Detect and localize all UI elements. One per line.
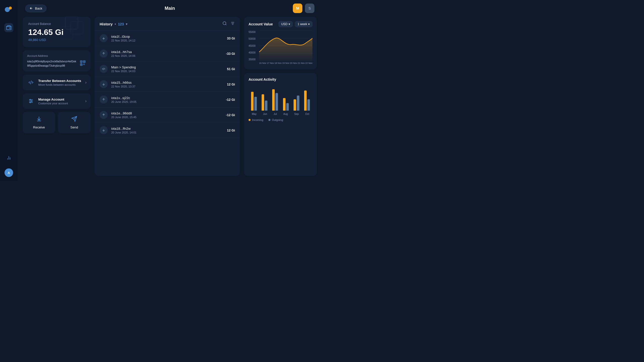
activity-title: Account Activity xyxy=(249,77,312,81)
bar-x-label: Aug xyxy=(283,113,288,115)
tx-icon xyxy=(100,65,108,73)
bar-outgoing xyxy=(265,101,267,111)
account-activity-card: Account Activity MayJunJulAugSepOct Inco… xyxy=(244,73,317,176)
avatar-m[interactable]: M xyxy=(293,4,302,13)
bar-incoming xyxy=(272,89,275,111)
transaction-item[interactable]: iota18...ffn2w 20 June 2020, 14:01 12 Gi xyxy=(95,123,240,138)
transaction-item[interactable]: iota1e...98dd8 20 June 2020, 15:45 -12 G… xyxy=(95,107,240,123)
tx-date: 22 Nov 2020, 14:03 xyxy=(111,70,227,73)
tx-icon xyxy=(100,80,108,88)
history-count: 123 xyxy=(118,22,124,26)
transfer-subtitle: Move funds between accounts xyxy=(38,83,82,86)
bar-group xyxy=(249,92,259,111)
bar-incoming xyxy=(251,92,254,111)
bar-incoming xyxy=(304,90,307,111)
bar-x-label: May xyxy=(252,113,257,115)
transfer-chevron-icon: › xyxy=(85,80,87,85)
bar-x-label: Oct xyxy=(305,113,309,115)
chart-y-labels: 5500050000450004000035000 xyxy=(249,31,256,61)
chart-area xyxy=(259,31,312,61)
tx-date: 20 June 2020, 19:05 xyxy=(111,100,226,103)
receive-icon xyxy=(36,116,42,123)
legend-outgoing: Outgoing xyxy=(268,118,283,121)
svg-rect-9 xyxy=(60,27,73,39)
sidebar-item-wallet[interactable] xyxy=(4,23,13,32)
tx-info: iota1f...t3cop 22 Nov 2020, 14:12 xyxy=(111,35,227,42)
transaction-item[interactable]: iota1d...hh7sa 22 Nov 2020, 14:06 -33 Gi xyxy=(95,46,240,61)
history-dropdown-icon[interactable]: ▾ xyxy=(126,22,127,26)
tx-amount: 51 Gi xyxy=(227,67,235,71)
tx-amount: -12 Gi xyxy=(226,98,235,102)
transfer-action-card[interactable]: Transfer Between Accounts Move funds bet… xyxy=(23,75,91,90)
bar-outgoing xyxy=(297,96,299,111)
svg-rect-8 xyxy=(70,22,83,34)
qr-icon[interactable] xyxy=(79,60,86,67)
columns-container: Account Balance 124.65 Gi 49,860 USD Acc… xyxy=(18,17,322,181)
left-column: Account Balance 124.65 Gi 49,860 USD Acc… xyxy=(23,17,91,176)
receive-label: Receive xyxy=(33,125,45,129)
history-panel: History • 123 ▾ xyxy=(95,17,240,176)
send-button[interactable]: Send xyxy=(58,112,91,133)
history-filter-button[interactable] xyxy=(230,21,235,27)
svg-rect-15 xyxy=(81,64,82,65)
page-title: Main xyxy=(165,6,175,11)
tx-address: iota1e...98dd8 xyxy=(111,111,226,115)
tx-info: iota15...h66ss 22 Nov 2020, 13:37 xyxy=(111,81,227,88)
bar-x-label: Sep xyxy=(294,113,299,115)
tx-icon xyxy=(100,96,108,104)
tx-date: 20 June 2020, 14:01 xyxy=(111,131,227,134)
chart-x-label: 19 Nov xyxy=(282,62,290,64)
chart-y-label: 35000 xyxy=(249,58,256,61)
svg-rect-19 xyxy=(84,64,85,65)
sidebar-bottom: A xyxy=(4,153,13,177)
svg-point-25 xyxy=(30,102,31,103)
tx-amount: 12 Gi xyxy=(227,128,235,132)
chart-y-label: 40000 xyxy=(249,51,256,54)
chart-x-label: 22 Nov xyxy=(305,62,312,64)
avatar-s[interactable]: S xyxy=(305,4,314,13)
bar-group xyxy=(280,98,291,111)
history-header: History • 123 ▾ xyxy=(95,17,240,31)
back-button[interactable]: Back xyxy=(25,5,47,12)
bar-group xyxy=(302,90,312,111)
sidebar-item-chart[interactable] xyxy=(4,153,13,162)
tx-address: iota1v...sj22c xyxy=(111,96,226,100)
chart-y-label: 50000 xyxy=(249,37,256,40)
chart-title: Account Value xyxy=(249,22,273,26)
tx-amount: 33 Gi xyxy=(227,36,235,40)
bar-chart xyxy=(249,85,312,111)
transaction-list: iota1f...t3cop 22 Nov 2020, 14:12 33 Gi … xyxy=(95,31,240,176)
tx-amount: 12 Gi xyxy=(227,82,235,86)
period-chevron-icon: ▾ xyxy=(308,22,310,26)
line-chart: 5500050000450004000035000 xyxy=(249,31,312,66)
tx-address: iota15...h66ss xyxy=(111,81,227,84)
transaction-item[interactable]: iota1v...sj22c 20 June 2020, 19:05 -12 G… xyxy=(95,92,240,107)
period-select[interactable]: 1 week ▾ xyxy=(295,21,312,27)
manage-action-card[interactable]: Manage Account Customize your account › xyxy=(23,93,91,109)
svg-point-26 xyxy=(223,22,226,25)
bar-outgoing xyxy=(286,103,289,111)
bar-outgoing xyxy=(275,93,278,111)
bar-group xyxy=(291,96,302,111)
svg-rect-13 xyxy=(81,61,82,62)
chart-x-labels: 16 Nov17 Nov18 Nov19 Nov20 Nov21 Nov22 N… xyxy=(259,62,312,64)
history-search-button[interactable] xyxy=(222,21,227,27)
currency-select[interactable]: USD ▾ xyxy=(278,21,293,27)
legend-outgoing-dot xyxy=(268,119,270,121)
account-value-card: Account Value USD ▾ 1 week ▾ 55000500004… xyxy=(244,17,317,69)
chart-x-label: 21 Nov xyxy=(298,62,305,64)
tx-address: iota1f...t3cop xyxy=(111,35,227,38)
balance-card-bg xyxy=(58,17,91,43)
sidebar-avatar-a[interactable]: A xyxy=(5,168,13,177)
transaction-item[interactable]: Main > Spending 22 Nov 2020, 14:03 51 Gi xyxy=(95,61,240,77)
tx-date: 22 Nov 2020, 14:06 xyxy=(111,54,226,57)
tx-address: iota1d...hh7sa xyxy=(111,50,226,54)
manage-text: Manage Account Customize your account xyxy=(38,98,82,105)
transaction-item[interactable]: iota15...h66ss 22 Nov 2020, 13:37 12 Gi xyxy=(95,77,240,92)
receive-button[interactable]: Receive xyxy=(23,112,55,133)
header: Back Main M S xyxy=(18,0,322,17)
bar-incoming xyxy=(294,99,296,111)
history-actions xyxy=(222,21,235,27)
transaction-item[interactable]: iota1f...t3cop 22 Nov 2020, 14:12 33 Gi xyxy=(95,31,240,46)
tx-icon xyxy=(100,50,108,58)
